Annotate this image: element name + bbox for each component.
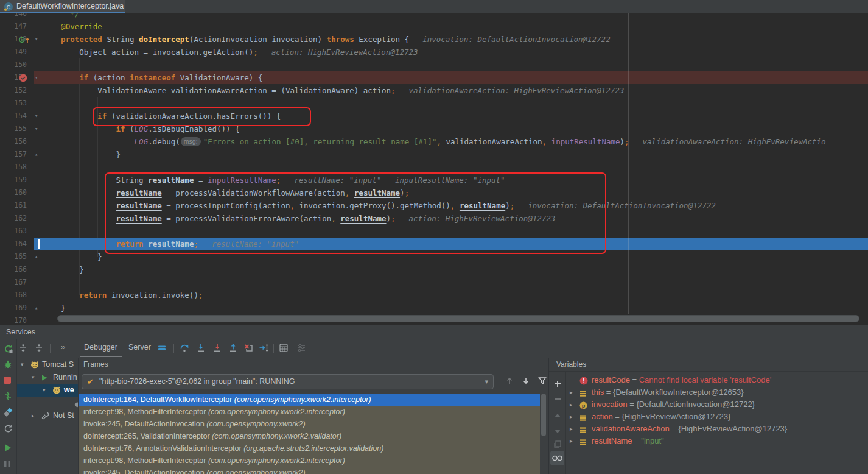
tree-item-runnin[interactable]: ▾Runnin — [17, 371, 78, 384]
collapse-all-icon[interactable] — [34, 343, 45, 354]
code-line-168[interactable]: 168return invocation.invoke(); — [0, 289, 868, 302]
tab-server[interactable]: Server — [128, 343, 151, 352]
expand-all-icon[interactable] — [18, 343, 29, 354]
stack-frame[interactable]: doIntercept:265, ValidationInterceptor (… — [79, 430, 540, 442]
code-line-157[interactable]: 157▴} — [0, 148, 868, 161]
tree-item[interactable] — [17, 397, 78, 409]
run-to-cursor-icon[interactable] — [259, 343, 270, 354]
frames-scrollbar[interactable] — [541, 394, 546, 436]
fold-marker-icon[interactable]: ▾ — [35, 71, 38, 84]
move-down-icon[interactable] — [553, 426, 562, 436]
code-line-156[interactable]: 156LOG.debug(msg:"Errors on action [#0],… — [0, 135, 868, 148]
refresh-icon[interactable] — [3, 423, 14, 434]
force-step-into-icon[interactable] — [212, 343, 223, 354]
fold-marker-icon[interactable]: ▾ — [35, 122, 38, 135]
stack-frame[interactable]: invoke:245, DefaultActionInvocation (com… — [79, 467, 540, 474]
code-line-155[interactable]: 155▾if (LOG.isDebugEnabled()) { — [0, 122, 868, 135]
code-line-160[interactable]: 160resultName = processValidationWorkflo… — [0, 186, 868, 199]
rerun-icon[interactable] — [3, 344, 14, 355]
chevron-down-icon[interactable]: ▾ — [21, 358, 24, 371]
code-line-150[interactable]: 150 — [0, 58, 868, 71]
tab-default-workflow-interceptor[interactable]: C DefaultWorkflowInterceptor.java × — [0, 0, 125, 13]
horizontal-scrollbar[interactable] — [56, 314, 863, 322]
stop-icon[interactable] — [3, 376, 14, 387]
debug-icon[interactable] — [3, 359, 14, 370]
chevron-right-icon[interactable]: ▸ — [570, 423, 573, 435]
chevron-right-icon[interactable]: ▸ — [570, 398, 573, 411]
code-line-165[interactable]: 165▴} — [0, 250, 868, 263]
code-line-164[interactable]: 164return resultName;resultName: "input" — [0, 238, 868, 250]
code-line-166[interactable]: 166} — [0, 263, 868, 276]
services-panel-header[interactable]: Services — [0, 325, 868, 339]
variable-row[interactable]: ▸resultName = "input" — [566, 435, 868, 447]
variable-row[interactable]: ▸this = {DefaultWorkflowInterceptor@1265… — [566, 386, 868, 398]
services-tree[interactable]: ▾Tomcat S▾Runnin▾we▸Not St — [17, 358, 78, 474]
stack-frame[interactable]: intercept:98, MethodFilterInterceptor (c… — [79, 406, 540, 418]
step-out-icon[interactable] — [228, 343, 239, 354]
thread-selector[interactable]: ✔ "http-bio-7026-exec-5"@2,062 in group … — [82, 374, 494, 389]
chevron-down-icon[interactable]: ▾ — [32, 371, 35, 384]
code-line-148[interactable]: 148▾protected String doIntercept(ActionI… — [0, 33, 868, 46]
code-line-169[interactable]: 169▴} — [0, 302, 868, 314]
resume-icon[interactable] — [3, 443, 14, 454]
stack-frame[interactable]: doIntercept:76, AnnotationValidationInte… — [79, 442, 540, 455]
chevron-down-icon[interactable]: ▾ — [43, 384, 46, 397]
fold-marker-icon[interactable]: ▴ — [35, 302, 38, 314]
add-icon[interactable] — [553, 380, 562, 389]
code-line-163[interactable]: 163 — [0, 225, 868, 238]
stack-frame[interactable]: doIntercept:164, DefaultWorkflowIntercep… — [79, 394, 540, 406]
down-frame-icon[interactable] — [521, 376, 532, 387]
show-watches-icon[interactable] — [550, 451, 564, 465]
fold-marker-icon[interactable]: ▴ — [35, 250, 38, 263]
update-running-application-icon[interactable] — [3, 391, 14, 402]
close-icon[interactable]: × — [117, 2, 122, 10]
tree-item-tomcat-s[interactable]: ▾Tomcat S — [17, 358, 78, 371]
code-line-159[interactable]: 159String resultName = inputResultName;r… — [0, 174, 868, 186]
code-line-147[interactable]: 147@Override — [0, 20, 868, 33]
stack-frame[interactable]: intercept:98, MethodFilterInterceptor (c… — [79, 455, 540, 467]
code-line-154[interactable]: 154▾if (validationAwareAction.hasErrors(… — [0, 110, 868, 122]
tree-item-we[interactable]: ▾we — [17, 384, 78, 397]
scrollbar-thumb[interactable] — [57, 315, 859, 322]
chevron-right-icon[interactable]: ▸ — [570, 386, 573, 398]
fold-marker-icon[interactable]: ▾ — [35, 33, 38, 46]
more-chevrons-icon[interactable]: » — [61, 342, 64, 352]
filter-frame-icon[interactable] — [537, 376, 548, 387]
code-line-162[interactable]: 162resultName = processValidationErrorAw… — [0, 212, 868, 225]
chevron-right-icon[interactable]: ▸ — [570, 435, 573, 447]
evaluate-expression-icon[interactable] — [279, 343, 290, 354]
code-line-151[interactable]: 151▾if (action instanceof ValidationAwar… — [0, 71, 868, 84]
pause-icon[interactable] — [3, 460, 14, 471]
variable-row[interactable]: ▸pinvocation = {DefaultActionInvocation@… — [566, 398, 868, 411]
chevron-down-icon[interactable]: ▾ — [485, 375, 488, 389]
code-line-149[interactable]: 149Object action = invocation.getAction(… — [0, 46, 868, 58]
variable-row[interactable]: !resultCode = Cannot find local variable… — [566, 374, 868, 386]
code-line-167[interactable]: 167 — [0, 276, 868, 289]
layout-settings-icon[interactable] — [296, 343, 307, 354]
fold-marker-icon[interactable]: ▾ — [35, 110, 38, 122]
code-line-158[interactable]: 158 — [0, 161, 868, 174]
move-up-icon[interactable] — [553, 411, 562, 420]
step-into-icon[interactable] — [196, 343, 207, 354]
line-number: 152 — [0, 84, 27, 97]
code-line-146[interactable]: 146*/ — [0, 13, 868, 20]
tree-item-not-st[interactable]: ▸Not St — [17, 409, 78, 422]
deploy-artifacts-icon[interactable] — [3, 408, 14, 419]
remove-icon[interactable] — [553, 395, 562, 405]
step-over-icon[interactable] — [180, 343, 191, 354]
variable-row[interactable]: ▸action = {HighEvReviewAction@12723} — [566, 411, 868, 423]
tab-debugger[interactable]: Debugger — [84, 343, 117, 352]
stack-frame[interactable]: invoke:245, DefaultActionInvocation (com… — [79, 418, 540, 430]
up-frame-icon[interactable] — [505, 376, 516, 387]
duplicate-icon[interactable] — [553, 440, 562, 450]
code-editor[interactable]: 146*/147@Override148▾protected String do… — [0, 13, 868, 325]
fold-marker-icon[interactable]: ▴ — [35, 148, 38, 161]
show-execution-point-icon[interactable] — [157, 343, 168, 354]
code-line-161[interactable]: 161resultName = processInputConfig(actio… — [0, 199, 868, 212]
chevron-right-icon[interactable]: ▸ — [570, 411, 573, 423]
code-line-152[interactable]: 152ValidationAware validationAwareAction… — [0, 84, 868, 97]
code-line-153[interactable]: 153 — [0, 97, 868, 110]
chevron-right-icon[interactable]: ▸ — [32, 409, 35, 422]
drop-frame-icon[interactable] — [243, 343, 254, 354]
variable-row[interactable]: ▸validationAwareAction = {HighEvReviewAc… — [566, 423, 868, 435]
